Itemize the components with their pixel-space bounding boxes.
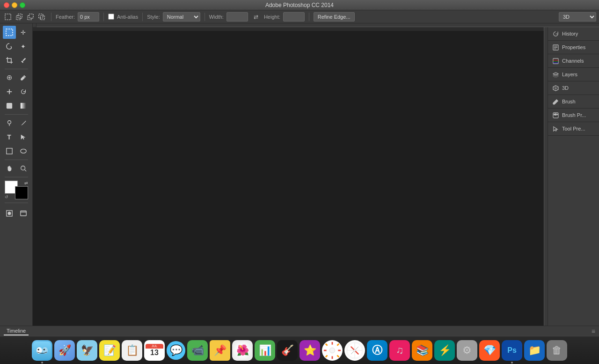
dock-photo-app[interactable]: 🦅 bbox=[77, 340, 97, 361]
dock-trash[interactable]: 🗑 bbox=[547, 340, 567, 361]
dock-reminders[interactable]: 📋 bbox=[122, 340, 142, 361]
panel-3d[interactable]: 3D bbox=[548, 81, 599, 95]
content-area: ✛ ✦ bbox=[0, 23, 599, 336]
dock-itunes[interactable]: ⭐ bbox=[300, 340, 320, 361]
pen-tool-button[interactable] bbox=[17, 116, 30, 130]
dock-sketch[interactable]: 💎 bbox=[479, 340, 500, 361]
refine-edge-button[interactable]: Refine Edge... bbox=[314, 12, 355, 22]
dock-messages[interactable]: 💬 bbox=[167, 341, 185, 360]
minimize-button[interactable] bbox=[12, 2, 17, 8]
dock-facetime[interactable]: 📹 bbox=[187, 340, 208, 361]
tool-row-2: ✦ bbox=[0, 39, 32, 53]
timeline-tab[interactable]: Timeline bbox=[4, 327, 29, 335]
dock-calendar[interactable]: JUL 13 bbox=[144, 340, 165, 361]
clone-tool-button[interactable] bbox=[3, 85, 16, 98]
dock-finder-dot bbox=[41, 362, 43, 364]
view-3d-select[interactable]: 3D 2D bbox=[559, 12, 596, 22]
width-input[interactable] bbox=[226, 12, 248, 22]
dock-ibooks[interactable]: 📚 bbox=[412, 340, 432, 361]
tool-presets-panel-label: Tool Pre... bbox=[562, 126, 585, 131]
separator-1 bbox=[51, 13, 51, 21]
dock-files[interactable]: 📁 bbox=[524, 340, 545, 361]
feather-input[interactable] bbox=[78, 12, 99, 22]
style-select[interactable]: Normal Fixed Ratio Fixed Size bbox=[163, 12, 200, 22]
dock-arduino[interactable]: ⚡ bbox=[434, 340, 455, 361]
path-select-tool-button[interactable] bbox=[17, 131, 30, 144]
panel-layers[interactable]: Layers bbox=[548, 68, 599, 81]
layers-panel-icon bbox=[552, 71, 559, 78]
history-panel-icon bbox=[552, 30, 559, 37]
dock-itunesstore[interactable]: ♫ bbox=[389, 340, 410, 361]
dock-stickies[interactable]: 📌 bbox=[210, 340, 230, 361]
dock-photos[interactable]: 🌺 bbox=[232, 340, 253, 361]
eraser-tool-button[interactable] bbox=[3, 99, 16, 112]
corner-top-left bbox=[33, 23, 37, 27]
3d-panel-icon bbox=[552, 84, 559, 92]
panel-history[interactable]: History bbox=[548, 27, 599, 41]
panel-brush[interactable]: Brush bbox=[548, 95, 599, 109]
panel-brush-presets[interactable]: Brush Pr... bbox=[548, 109, 599, 122]
panel-channels[interactable]: Channels bbox=[548, 54, 599, 68]
svg-rect-1 bbox=[16, 15, 21, 20]
dock-finder[interactable] bbox=[32, 340, 52, 361]
new-selection-button[interactable] bbox=[3, 12, 13, 22]
timeline-bar: Timeline ≡ bbox=[0, 326, 599, 336]
dock-appstore[interactable]: Ⓐ bbox=[367, 340, 387, 361]
dock-photoshop[interactable]: Ps bbox=[502, 340, 522, 361]
history-brush-tool-button[interactable] bbox=[17, 85, 30, 98]
magic-wand-tool-button[interactable]: ✦ bbox=[17, 40, 30, 53]
add-selection-button[interactable] bbox=[14, 12, 24, 22]
dock-launchpad[interactable]: 🚀 bbox=[54, 340, 75, 361]
tool-row-3 bbox=[0, 53, 32, 67]
svg-point-19 bbox=[21, 166, 25, 170]
rectangle-tool-button[interactable] bbox=[3, 145, 16, 158]
maximize-button[interactable] bbox=[20, 2, 25, 8]
app: Adobe Photoshop CC 2014 bbox=[0, 0, 599, 364]
dodge-tool-button[interactable] bbox=[3, 116, 16, 130]
svg-rect-17 bbox=[6, 148, 12, 154]
panel-properties[interactable]: Properties bbox=[548, 41, 599, 54]
tool-row-9 bbox=[0, 144, 32, 158]
dock-safari[interactable] bbox=[344, 340, 365, 361]
dock-sysprefs[interactable]: ⚙ bbox=[457, 340, 477, 361]
gradient-tool-button[interactable] bbox=[17, 99, 30, 112]
anti-alias-checkbox[interactable] bbox=[108, 14, 114, 20]
crop-tool-button[interactable] bbox=[3, 54, 16, 67]
swap-dimensions-icon[interactable]: ⇄ bbox=[251, 12, 261, 22]
color-swatches: ↺ ⇄ bbox=[5, 181, 28, 199]
dock-numbers[interactable]: 📊 bbox=[255, 340, 275, 361]
brush-presets-panel-icon bbox=[552, 111, 559, 119]
brush-tool-button[interactable] bbox=[17, 71, 30, 84]
intersect-selection-button[interactable] bbox=[37, 12, 47, 22]
quick-mask-button[interactable] bbox=[3, 207, 16, 220]
color-swap-icon[interactable]: ⇄ bbox=[24, 181, 28, 185]
subtract-selection-button[interactable] bbox=[25, 12, 36, 22]
tool-row-1: ✛ bbox=[0, 25, 32, 39]
horizontal-scrollbar[interactable] bbox=[37, 23, 599, 27]
ellipse-tool-button[interactable] bbox=[17, 145, 30, 158]
tool-row-7 bbox=[0, 116, 32, 130]
panel-tool-presets[interactable]: Tool Pre... bbox=[548, 122, 599, 136]
zoom-tool-button[interactable] bbox=[17, 162, 30, 175]
3d-panel-label: 3D bbox=[562, 85, 569, 91]
timeline-options-icon[interactable]: ≡ bbox=[592, 328, 595, 335]
eyedropper-tool-button[interactable] bbox=[17, 54, 30, 67]
heal-tool-button[interactable] bbox=[3, 71, 16, 84]
height-input[interactable] bbox=[283, 12, 305, 22]
hand-tool-button[interactable] bbox=[3, 162, 16, 175]
marquee-tool-button[interactable] bbox=[3, 26, 16, 39]
color-reset-icon[interactable]: ↺ bbox=[5, 195, 8, 199]
close-button[interactable] bbox=[4, 2, 9, 8]
svg-rect-7 bbox=[6, 29, 13, 36]
height-label: Height: bbox=[264, 14, 280, 20]
dock-garageband[interactable]: 🎸 bbox=[277, 340, 298, 361]
dock-notes[interactable]: 📝 bbox=[99, 340, 120, 361]
vertical-scrollbar[interactable] bbox=[544, 27, 548, 326]
toolbar-sep-1 bbox=[5, 69, 28, 69]
lasso-tool-button[interactable] bbox=[3, 40, 16, 53]
move-tool-button[interactable]: ✛ bbox=[17, 26, 30, 39]
screen-mode-button[interactable] bbox=[17, 207, 30, 220]
dock-photos2[interactable] bbox=[322, 340, 343, 361]
type-tool-button[interactable]: T bbox=[3, 131, 16, 144]
background-color[interactable] bbox=[15, 186, 28, 199]
